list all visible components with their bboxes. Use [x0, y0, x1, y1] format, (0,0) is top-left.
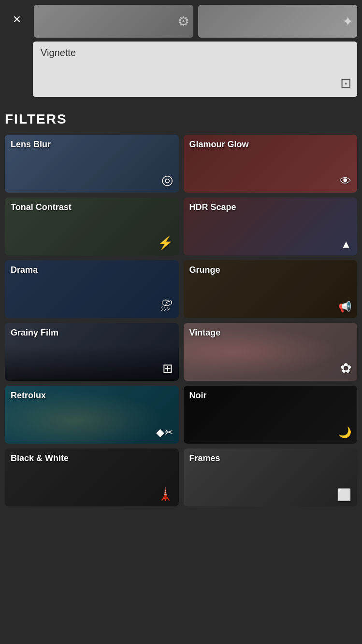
retrolux-label: Retrolux	[5, 386, 179, 401]
filter-vintage[interactable]: Vintage ✿	[184, 323, 358, 381]
top-thumbnails: ⚙ ✦	[34, 5, 357, 38]
flower-icon: ✿	[340, 360, 357, 381]
frame-icon: ⬜	[337, 488, 357, 506]
eye-icon: 👁	[340, 174, 357, 193]
crop-icon: ✦	[342, 14, 353, 29]
filter-glamour-glow[interactable]: Glamour Glow 👁	[184, 135, 358, 193]
frames-label: Frames	[184, 448, 358, 463]
thumbnail-2[interactable]: ✦	[198, 5, 358, 38]
vignette-focus-icon: ⊡	[340, 75, 351, 91]
hdr-scape-label: HDR Scape	[184, 197, 358, 212]
megaphone-icon: 📢	[338, 301, 357, 318]
close-button[interactable]: ×	[5, 7, 29, 31]
filter-grunge[interactable]: Grunge 📢	[184, 260, 358, 318]
grainy-film-label: Grainy Film	[5, 323, 179, 338]
black-white-label: Black & White	[5, 448, 179, 463]
vignette-card[interactable]: Vignette ⊡	[33, 42, 357, 97]
vintage-label: Vintage	[184, 323, 358, 338]
grunge-label: Grunge	[184, 260, 358, 275]
drama-label: Drama	[5, 260, 179, 275]
filter-grainy-film[interactable]: Grainy Film ⊞	[5, 323, 179, 381]
lens-blur-label: Lens Blur	[5, 135, 179, 150]
waveform-icon: ⚡	[158, 236, 179, 255]
thumbnail-1[interactable]: ⚙	[34, 5, 193, 38]
vignette-label: Vignette	[41, 47, 76, 58]
filter-retrolux[interactable]: Retrolux ◆✂	[5, 386, 179, 444]
settings-icon: ⚙	[177, 14, 189, 29]
filter-noir[interactable]: Noir 🌙	[184, 386, 358, 444]
diamond-scissors-icon: ◆✂	[156, 426, 179, 444]
tower-icon: 🗼	[158, 487, 179, 506]
filters-title: FILTERS	[5, 112, 357, 127]
filter-black-white[interactable]: Black & White 🗼	[5, 448, 179, 506]
noir-label: Noir	[184, 386, 358, 401]
storm-icon: ⛈	[160, 298, 179, 318]
moon-icon: 🌙	[338, 426, 357, 444]
mountain-icon: ▲	[341, 238, 357, 255]
top-bar: × ⚙ ✦	[0, 0, 362, 38]
filter-hdr-scape[interactable]: HDR Scape ▲	[184, 197, 358, 255]
filters-section: FILTERS Lens Blur ◎ Glamour Glow 👁 Tonal…	[0, 112, 362, 506]
glamour-glow-label: Glamour Glow	[184, 135, 358, 150]
filter-frames[interactable]: Frames ⬜	[184, 448, 358, 506]
filter-tonal-contrast[interactable]: Tonal Contrast ⚡	[5, 197, 179, 255]
dice-icon: ⊞	[162, 361, 179, 381]
circle-dot-icon: ◎	[161, 172, 179, 193]
filter-drama[interactable]: Drama ⛈	[5, 260, 179, 318]
tonal-contrast-label: Tonal Contrast	[5, 197, 179, 212]
filters-grid: Lens Blur ◎ Glamour Glow 👁 Tonal Contras…	[5, 135, 357, 506]
filter-lens-blur[interactable]: Lens Blur ◎	[5, 135, 179, 193]
